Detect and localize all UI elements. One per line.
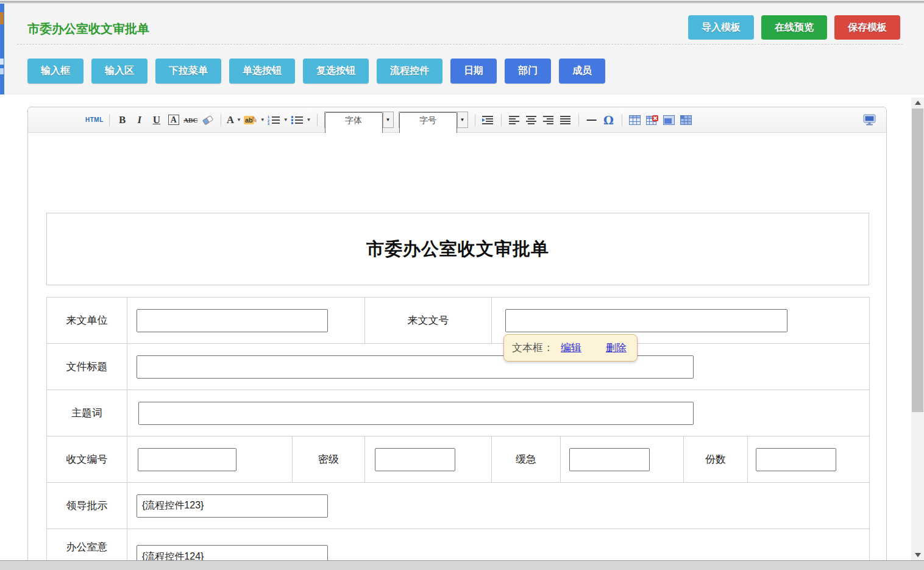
eraser-icon	[201, 115, 215, 125]
urgency-input[interactable]	[569, 448, 650, 471]
scroll-down-button[interactable]	[911, 550, 924, 560]
remove-format-button[interactable]	[201, 112, 215, 129]
field-label: 文件标题	[66, 361, 108, 372]
field-label: 领导批示	[66, 500, 108, 511]
field-label: 办公室意	[66, 541, 108, 553]
highlight-color-button[interactable]: ab✎▼	[244, 112, 265, 129]
delete-table-button[interactable]	[645, 112, 659, 129]
page-header: 市委办公室收文审批单 导入模板 在线预览 保存模板 输入框 输入区 下拉菜单 单…	[0, 4, 924, 94]
secrecy-input[interactable]	[375, 448, 455, 471]
toolbar-separator	[109, 114, 110, 126]
source-no-input[interactable]	[505, 309, 787, 332]
toolbar-separator	[475, 114, 475, 126]
strikethrough-button[interactable]: ABC	[183, 112, 198, 129]
form-table: 来文单位 来文文号 文件标题 主题词 收文编号 密级 缓急 份数	[46, 297, 870, 570]
field-label: 收文编号	[66, 454, 108, 465]
table-row: 文件标题	[47, 344, 870, 390]
add-dropdown-button[interactable]: 下拉菜单	[155, 59, 221, 84]
table-row: 领导批示	[47, 483, 870, 529]
field-label-cell: 来文单位	[47, 297, 127, 344]
font-family-select[interactable]: 字体 ▼	[324, 112, 394, 128]
html-source-button[interactable]: HTML	[85, 112, 104, 129]
add-radio-button[interactable]: 单选按钮	[229, 59, 295, 84]
chevron-down-icon: ▼	[383, 112, 393, 127]
add-date-button[interactable]: 日期	[450, 59, 497, 84]
arrow-up-icon	[915, 101, 921, 105]
left-panel-glyph	[0, 12, 4, 24]
align-right-button[interactable]	[541, 112, 556, 129]
leader-comment-input[interactable]	[137, 494, 328, 518]
fullscreen-button[interactable]	[862, 112, 876, 129]
editor-toolbar: HTML B I U A ABC A▼ ab✎▼ 123 ▼ ▼ 字体 ▼ 字号…	[28, 107, 886, 133]
table-properties-button[interactable]	[662, 112, 677, 129]
document-canvas[interactable]: 市委办公室收文审批单 来文单位 来文文号 文件标题 主题词 收文	[28, 133, 886, 570]
field-input-cell	[365, 436, 492, 483]
copies-input[interactable]	[756, 448, 836, 471]
page-title: 市委办公室收文审批单	[27, 21, 149, 37]
toolbar-separator	[317, 114, 318, 126]
control-tooltip: 文本框： 编辑 删除	[503, 334, 638, 362]
field-label: 份数	[705, 454, 726, 465]
add-flow-control-button[interactable]: 流程控件	[377, 59, 442, 84]
keywords-input[interactable]	[138, 402, 694, 425]
template-actions: 导入模板 在线预览 保存模板	[688, 15, 900, 40]
toolbar-separator	[221, 114, 221, 126]
chevron-down-icon: ▼	[307, 117, 311, 123]
control-buttons: 输入框 输入区 下拉菜单 单选按钮 复选按钮 流程控件 日期 部门 成员	[27, 59, 605, 84]
save-template-button[interactable]: 保存模板	[834, 15, 900, 40]
add-input-box-button[interactable]: 输入框	[27, 59, 84, 84]
left-panel-glyph	[0, 68, 4, 74]
align-left-button[interactable]	[507, 112, 522, 129]
add-department-button[interactable]: 部门	[505, 59, 551, 84]
horizontal-rule-button[interactable]: —	[585, 112, 599, 129]
insert-table-button[interactable]	[628, 112, 642, 129]
field-input-cell	[127, 297, 365, 344]
online-preview-button[interactable]: 在线预览	[761, 15, 827, 40]
bold-button[interactable]: B	[115, 112, 130, 129]
editor-panel: HTML B I U A ABC A▼ ab✎▼ 123 ▼ ▼ 字体 ▼ 字号…	[27, 107, 887, 570]
add-checkbox-button[interactable]: 复选按钮	[303, 59, 369, 84]
chevron-down-icon: ▼	[236, 117, 241, 123]
field-label: 主题词	[71, 407, 102, 419]
unordered-list-icon	[291, 115, 304, 125]
font-size-select[interactable]: 字号 ▼	[399, 112, 468, 128]
source-org-input[interactable]	[137, 309, 328, 332]
delete-control-link[interactable]: 删除	[606, 341, 627, 355]
italic-button[interactable]: I	[132, 112, 147, 129]
form-title: 市委办公室收文审批单	[366, 237, 549, 262]
insert-table-icon	[629, 115, 641, 125]
align-center-button[interactable]	[524, 112, 539, 129]
add-member-button[interactable]: 成员	[559, 59, 605, 84]
indent-button[interactable]	[481, 112, 496, 129]
toolbar-separator	[622, 114, 622, 126]
font-color-button[interactable]: A▼	[227, 112, 241, 129]
field-input-cell	[748, 436, 870, 483]
unordered-list-button[interactable]: ▼	[291, 112, 311, 129]
import-template-button[interactable]: 导入模板	[688, 15, 754, 40]
toolbar-separator	[501, 114, 502, 126]
left-panel-glyph	[0, 59, 4, 65]
table-row: 收文编号 密级 缓急 份数	[47, 436, 870, 483]
indent-icon	[482, 115, 494, 124]
edit-control-link[interactable]: 编辑	[561, 341, 581, 355]
chevron-down-icon: ▼	[283, 117, 288, 123]
cell-properties-button[interactable]	[679, 112, 694, 129]
vertical-scrollbar[interactable]	[911, 98, 924, 560]
field-label-cell: 文件标题	[47, 344, 127, 390]
align-justify-button[interactable]	[558, 112, 573, 129]
receipt-no-input[interactable]	[138, 448, 236, 471]
underline-button[interactable]: U	[149, 112, 164, 129]
scroll-up-button[interactable]	[911, 98, 924, 108]
char-border-button[interactable]: A	[166, 112, 181, 129]
scrollbar-thumb[interactable]	[912, 109, 923, 412]
field-label-cell: 领导批示	[47, 483, 127, 529]
toolbar-separator	[578, 114, 579, 126]
pencil-icon: ✎	[251, 115, 258, 125]
add-textarea-button[interactable]: 输入区	[91, 59, 147, 84]
special-char-button[interactable]: Ω	[602, 112, 616, 129]
field-label: 来文文号	[408, 315, 449, 326]
ordered-list-button[interactable]: 123 ▼	[268, 112, 288, 129]
align-right-icon	[543, 116, 554, 124]
tooltip-caption: 文本框：	[512, 341, 553, 355]
delete-table-icon	[646, 115, 658, 125]
